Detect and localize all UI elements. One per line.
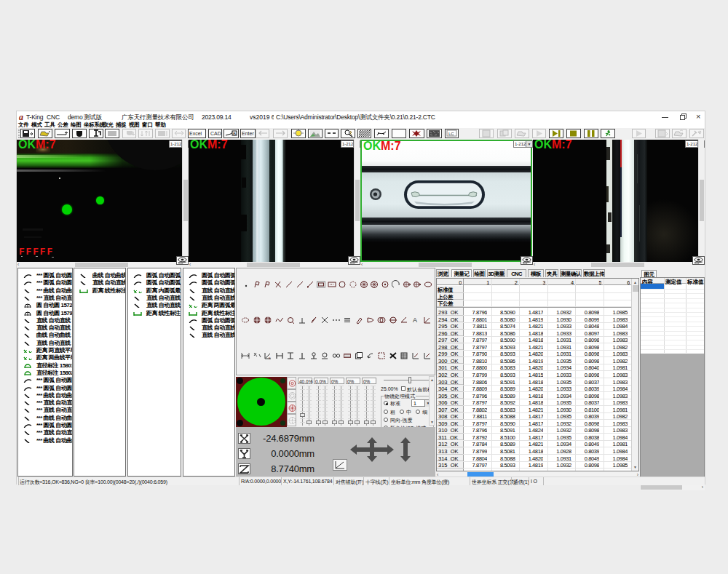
svg-text:x: x <box>269 356 271 360</box>
svg-text:LC: LC <box>448 132 454 136</box>
svg-text:A: A <box>413 316 417 324</box>
svg-text:B: B <box>233 132 236 136</box>
